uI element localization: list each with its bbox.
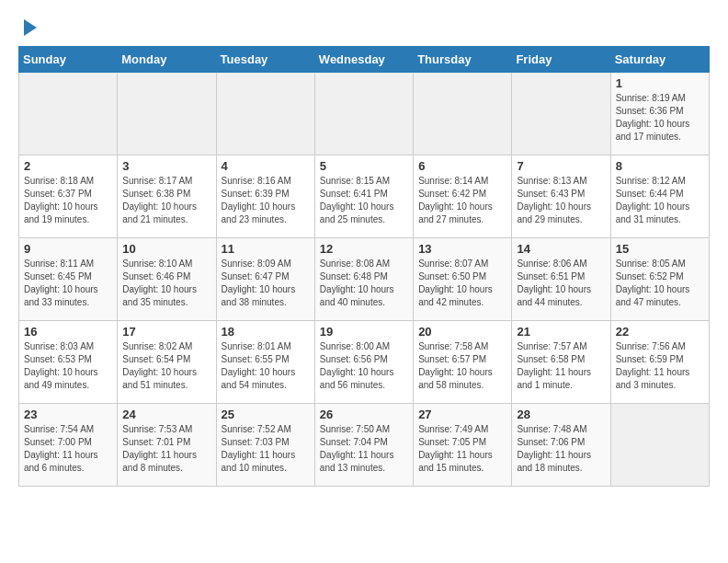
day-number: 13 [418, 242, 506, 256]
logo [18, 18, 37, 37]
day-number: 19 [320, 325, 408, 339]
day-number: 23 [24, 408, 112, 421]
day-info: Sunrise: 8:15 AM Sunset: 6:41 PM Dayligh… [320, 175, 408, 226]
week-row-5: 23Sunrise: 7:54 AM Sunset: 7:00 PM Dayli… [19, 403, 710, 486]
calendar-cell: 2Sunrise: 8:18 AM Sunset: 6:37 PM Daylig… [19, 155, 118, 237]
day-number: 12 [320, 242, 408, 256]
day-info: Sunrise: 8:06 AM Sunset: 6:51 PM Dayligh… [517, 258, 605, 309]
day-number: 15 [616, 242, 704, 256]
calendar-table: SundayMondayTuesdayWednesdayThursdayFrid… [18, 46, 710, 487]
calendar-cell: 7Sunrise: 8:13 AM Sunset: 6:43 PM Daylig… [512, 155, 610, 237]
calendar-cell: 10Sunrise: 8:10 AM Sunset: 6:46 PM Dayli… [118, 237, 216, 320]
day-info: Sunrise: 8:03 AM Sunset: 6:53 PM Dayligh… [24, 340, 112, 392]
calendar-cell: 22Sunrise: 7:56 AM Sunset: 6:59 PM Dayli… [610, 320, 709, 403]
day-info: Sunrise: 8:10 AM Sunset: 6:46 PM Dayligh… [122, 258, 210, 309]
week-row-1: 1Sunrise: 8:19 AM Sunset: 6:36 PM Daylig… [19, 72, 710, 155]
day-info: Sunrise: 8:17 AM Sunset: 6:38 PM Dayligh… [122, 175, 210, 226]
day-number: 14 [517, 242, 605, 256]
day-number: 20 [418, 325, 506, 339]
calendar-cell: 17Sunrise: 8:02 AM Sunset: 6:54 PM Dayli… [118, 320, 216, 403]
calendar-cell: 21Sunrise: 7:57 AM Sunset: 6:58 PM Dayli… [512, 320, 610, 403]
page-header [18, 18, 710, 37]
calendar-cell: 11Sunrise: 8:09 AM Sunset: 6:47 PM Dayli… [216, 237, 314, 320]
day-number: 5 [320, 159, 408, 173]
day-info: Sunrise: 7:56 AM Sunset: 6:59 PM Dayligh… [616, 340, 704, 392]
calendar-cell: 28Sunrise: 7:48 AM Sunset: 7:06 PM Dayli… [512, 403, 610, 486]
header-wednesday: Wednesday [314, 46, 413, 72]
calendar-cell [216, 72, 314, 155]
calendar-cell [118, 72, 216, 155]
calendar-cell: 8Sunrise: 8:12 AM Sunset: 6:44 PM Daylig… [610, 155, 709, 237]
day-info: Sunrise: 7:49 AM Sunset: 7:05 PM Dayligh… [418, 423, 506, 475]
day-info: Sunrise: 8:00 AM Sunset: 6:56 PM Dayligh… [320, 340, 408, 392]
day-number: 16 [24, 325, 112, 339]
calendar-cell [512, 72, 610, 155]
day-info: Sunrise: 8:12 AM Sunset: 6:44 PM Dayligh… [616, 175, 704, 226]
day-info: Sunrise: 8:05 AM Sunset: 6:52 PM Dayligh… [616, 258, 704, 309]
calendar-cell: 12Sunrise: 8:08 AM Sunset: 6:48 PM Dayli… [314, 237, 413, 320]
day-number: 8 [616, 159, 704, 173]
day-info: Sunrise: 7:52 AM Sunset: 7:03 PM Dayligh… [222, 423, 310, 475]
day-number: 1 [616, 76, 704, 90]
day-info: Sunrise: 7:50 AM Sunset: 7:04 PM Dayligh… [320, 423, 408, 475]
week-row-4: 16Sunrise: 8:03 AM Sunset: 6:53 PM Dayli… [19, 320, 710, 403]
calendar-cell: 16Sunrise: 8:03 AM Sunset: 6:53 PM Dayli… [19, 320, 118, 403]
calendar-cell: 13Sunrise: 8:07 AM Sunset: 6:50 PM Dayli… [414, 237, 512, 320]
day-info: Sunrise: 8:01 AM Sunset: 6:55 PM Dayligh… [222, 340, 310, 392]
calendar-cell: 19Sunrise: 8:00 AM Sunset: 6:56 PM Dayli… [314, 320, 413, 403]
logo-arrow-icon [24, 19, 37, 36]
header-monday: Monday [118, 46, 216, 72]
week-row-2: 2Sunrise: 8:18 AM Sunset: 6:37 PM Daylig… [19, 155, 710, 237]
calendar-cell [19, 72, 118, 155]
day-info: Sunrise: 8:18 AM Sunset: 6:37 PM Dayligh… [24, 175, 112, 226]
day-info: Sunrise: 7:54 AM Sunset: 7:00 PM Dayligh… [24, 423, 112, 475]
day-number: 25 [222, 408, 310, 421]
day-number: 2 [24, 159, 112, 173]
week-row-3: 9Sunrise: 8:11 AM Sunset: 6:45 PM Daylig… [19, 237, 710, 320]
calendar-cell: 3Sunrise: 8:17 AM Sunset: 6:38 PM Daylig… [118, 155, 216, 237]
calendar-cell: 20Sunrise: 7:58 AM Sunset: 6:57 PM Dayli… [414, 320, 512, 403]
day-info: Sunrise: 8:14 AM Sunset: 6:42 PM Dayligh… [418, 175, 506, 226]
day-number: 22 [616, 325, 704, 339]
header-friday: Friday [512, 46, 610, 72]
day-number: 26 [320, 408, 408, 421]
day-info: Sunrise: 8:19 AM Sunset: 6:36 PM Dayligh… [616, 92, 704, 144]
day-number: 17 [122, 325, 210, 339]
day-info: Sunrise: 8:13 AM Sunset: 6:43 PM Dayligh… [517, 175, 605, 226]
calendar-cell: 27Sunrise: 7:49 AM Sunset: 7:05 PM Dayli… [414, 403, 512, 486]
day-info: Sunrise: 7:58 AM Sunset: 6:57 PM Dayligh… [418, 340, 506, 392]
header-thursday: Thursday [414, 46, 512, 72]
calendar-cell: 26Sunrise: 7:50 AM Sunset: 7:04 PM Dayli… [314, 403, 413, 486]
calendar-cell [314, 72, 413, 155]
calendar-cell: 14Sunrise: 8:06 AM Sunset: 6:51 PM Dayli… [512, 237, 610, 320]
calendar-cell: 9Sunrise: 8:11 AM Sunset: 6:45 PM Daylig… [19, 237, 118, 320]
day-info: Sunrise: 7:57 AM Sunset: 6:58 PM Dayligh… [517, 340, 605, 392]
day-number: 10 [122, 242, 210, 256]
day-number: 6 [418, 159, 506, 173]
header-row: SundayMondayTuesdayWednesdayThursdayFrid… [19, 46, 710, 72]
day-number: 9 [24, 242, 112, 256]
calendar-cell [414, 72, 512, 155]
day-info: Sunrise: 8:11 AM Sunset: 6:45 PM Dayligh… [24, 258, 112, 309]
calendar-cell: 6Sunrise: 8:14 AM Sunset: 6:42 PM Daylig… [414, 155, 512, 237]
day-number: 27 [418, 408, 506, 421]
day-number: 28 [517, 408, 605, 421]
day-number: 11 [222, 242, 310, 256]
calendar-cell: 5Sunrise: 8:15 AM Sunset: 6:41 PM Daylig… [314, 155, 413, 237]
day-info: Sunrise: 8:08 AM Sunset: 6:48 PM Dayligh… [320, 258, 408, 309]
day-number: 18 [222, 325, 310, 339]
calendar-cell: 4Sunrise: 8:16 AM Sunset: 6:39 PM Daylig… [216, 155, 314, 237]
day-info: Sunrise: 8:09 AM Sunset: 6:47 PM Dayligh… [222, 258, 310, 309]
day-info: Sunrise: 7:48 AM Sunset: 7:06 PM Dayligh… [517, 423, 605, 475]
header-saturday: Saturday [610, 46, 709, 72]
day-number: 3 [122, 159, 210, 173]
header-sunday: Sunday [19, 46, 118, 72]
calendar-cell: 25Sunrise: 7:52 AM Sunset: 7:03 PM Dayli… [216, 403, 314, 486]
header-tuesday: Tuesday [216, 46, 314, 72]
day-info: Sunrise: 8:02 AM Sunset: 6:54 PM Dayligh… [122, 340, 210, 392]
day-number: 4 [222, 159, 310, 173]
calendar-cell: 15Sunrise: 8:05 AM Sunset: 6:52 PM Dayli… [610, 237, 709, 320]
calendar-cell: 18Sunrise: 8:01 AM Sunset: 6:55 PM Dayli… [216, 320, 314, 403]
day-info: Sunrise: 8:07 AM Sunset: 6:50 PM Dayligh… [418, 258, 506, 309]
calendar-cell: 24Sunrise: 7:53 AM Sunset: 7:01 PM Dayli… [118, 403, 216, 486]
